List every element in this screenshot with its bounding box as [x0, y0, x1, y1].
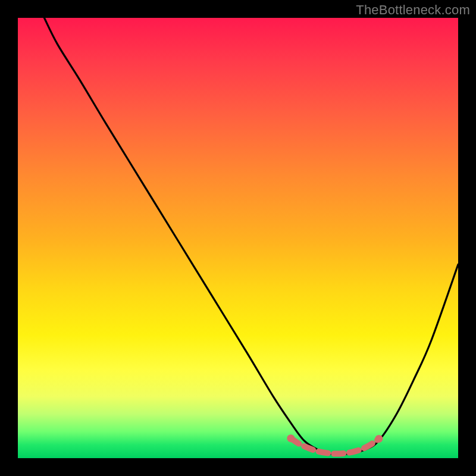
chart-frame: TheBottleneck.com — [0, 0, 476, 476]
watermark-text: TheBottleneck.com — [356, 2, 470, 18]
plot-area — [18, 18, 458, 458]
bottleneck-curve — [44, 18, 458, 455]
curve-svg — [18, 18, 458, 458]
optimal-range-endpoint — [375, 435, 383, 443]
optimal-range-endpoint — [287, 434, 295, 442]
